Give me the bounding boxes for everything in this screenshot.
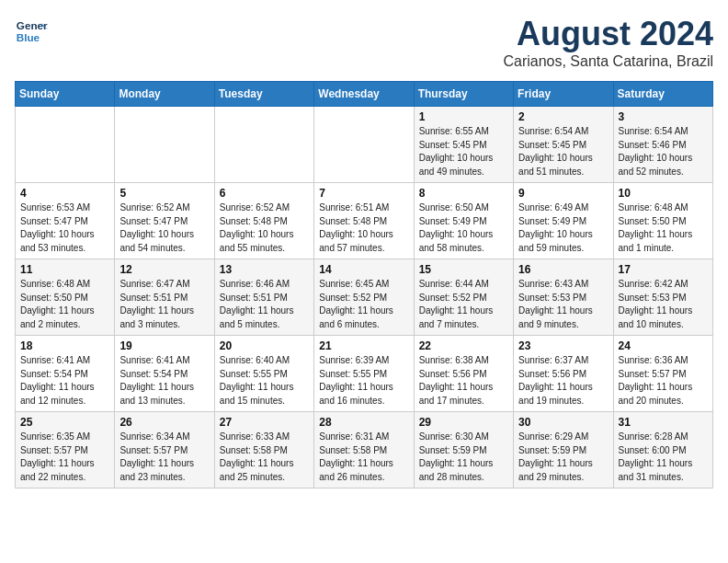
calendar-cell: 19Sunrise: 6:41 AM Sunset: 5:54 PM Dayli… <box>115 336 214 412</box>
day-number: 21 <box>319 339 408 352</box>
calendar-cell: 14Sunrise: 6:45 AM Sunset: 5:52 PM Dayli… <box>314 259 414 336</box>
calendar-cell <box>115 107 214 183</box>
day-detail: Sunrise: 6:49 AM Sunset: 5:49 PM Dayligh… <box>518 201 608 255</box>
day-detail: Sunrise: 6:33 AM Sunset: 5:58 PM Dayligh… <box>220 431 309 484</box>
calendar-header: SundayMondayTuesdayWednesdayThursdayFrid… <box>16 82 713 107</box>
location-subtitle: Carianos, Santa Catarina, Brazil <box>503 53 713 70</box>
day-detail: Sunrise: 6:35 AM Sunset: 5:57 PM Dayligh… <box>20 431 109 484</box>
day-number: 24 <box>619 339 708 352</box>
calendar-cell: 24Sunrise: 6:36 AM Sunset: 5:57 PM Dayli… <box>613 336 712 412</box>
weekday-header-wednesday: Wednesday <box>314 82 414 107</box>
day-number: 20 <box>220 339 309 352</box>
calendar-cell: 20Sunrise: 6:40 AM Sunset: 5:55 PM Dayli… <box>214 336 313 412</box>
day-number: 27 <box>220 416 309 429</box>
calendar-cell: 2Sunrise: 6:54 AM Sunset: 5:45 PM Daylig… <box>514 107 613 183</box>
calendar-cell: 13Sunrise: 6:46 AM Sunset: 5:51 PM Dayli… <box>214 259 313 336</box>
calendar-cell: 18Sunrise: 6:41 AM Sunset: 5:54 PM Dayli… <box>16 336 115 412</box>
day-number: 5 <box>119 187 209 200</box>
day-detail: Sunrise: 6:31 AM Sunset: 5:58 PM Dayligh… <box>319 431 408 484</box>
day-detail: Sunrise: 6:44 AM Sunset: 5:52 PM Dayligh… <box>419 278 508 331</box>
weekday-header-thursday: Thursday <box>414 82 513 107</box>
calendar-cell: 15Sunrise: 6:44 AM Sunset: 5:52 PM Dayli… <box>414 259 513 336</box>
day-number: 17 <box>619 263 708 276</box>
logo: General Blue <box>15 15 48 48</box>
day-number: 15 <box>419 263 508 276</box>
day-detail: Sunrise: 6:54 AM Sunset: 5:46 PM Dayligh… <box>619 125 708 178</box>
month-year-title: August 2024 <box>503 15 713 53</box>
calendar-cell <box>16 107 115 183</box>
title-block: August 2024 Carianos, Santa Catarina, Br… <box>503 15 713 70</box>
day-number: 10 <box>619 187 708 200</box>
calendar-cell: 31Sunrise: 6:28 AM Sunset: 6:00 PM Dayli… <box>613 412 712 488</box>
day-detail: Sunrise: 6:42 AM Sunset: 5:53 PM Dayligh… <box>619 278 708 331</box>
day-detail: Sunrise: 6:39 AM Sunset: 5:55 PM Dayligh… <box>319 354 408 408</box>
day-detail: Sunrise: 6:36 AM Sunset: 5:57 PM Dayligh… <box>619 354 708 408</box>
weekday-header-saturday: Saturday <box>613 82 712 107</box>
day-detail: Sunrise: 6:50 AM Sunset: 5:49 PM Dayligh… <box>419 201 508 255</box>
calendar-cell: 26Sunrise: 6:34 AM Sunset: 5:57 PM Dayli… <box>115 412 214 488</box>
calendar-cell: 5Sunrise: 6:52 AM Sunset: 5:47 PM Daylig… <box>115 183 214 259</box>
day-detail: Sunrise: 6:34 AM Sunset: 5:57 PM Dayligh… <box>119 431 209 484</box>
day-number: 25 <box>20 416 109 429</box>
day-detail: Sunrise: 6:28 AM Sunset: 6:00 PM Dayligh… <box>619 431 708 484</box>
day-number: 14 <box>319 263 408 276</box>
day-detail: Sunrise: 6:54 AM Sunset: 5:45 PM Dayligh… <box>518 125 608 178</box>
day-detail: Sunrise: 6:53 AM Sunset: 5:47 PM Dayligh… <box>20 201 109 255</box>
day-number: 16 <box>518 263 608 276</box>
day-detail: Sunrise: 6:52 AM Sunset: 5:47 PM Dayligh… <box>119 201 209 255</box>
calendar-cell: 3Sunrise: 6:54 AM Sunset: 5:46 PM Daylig… <box>613 107 712 183</box>
day-number: 2 <box>518 110 608 123</box>
day-number: 30 <box>518 416 608 429</box>
calendar-cell: 28Sunrise: 6:31 AM Sunset: 5:58 PM Dayli… <box>314 412 414 488</box>
weekday-header-sunday: Sunday <box>16 82 115 107</box>
day-detail: Sunrise: 6:41 AM Sunset: 5:54 PM Dayligh… <box>20 354 109 408</box>
day-number: 6 <box>220 187 309 200</box>
calendar-cell: 29Sunrise: 6:30 AM Sunset: 5:59 PM Dayli… <box>414 412 513 488</box>
day-number: 22 <box>419 339 508 352</box>
day-number: 31 <box>619 416 708 429</box>
weekday-header-tuesday: Tuesday <box>214 82 313 107</box>
day-detail: Sunrise: 6:51 AM Sunset: 5:48 PM Dayligh… <box>319 201 408 255</box>
logo-icon: General Blue <box>15 15 48 48</box>
day-number: 13 <box>220 263 309 276</box>
calendar-week-1: 1Sunrise: 6:55 AM Sunset: 5:45 PM Daylig… <box>16 107 713 183</box>
calendar-cell <box>214 107 313 183</box>
day-number: 11 <box>20 263 109 276</box>
svg-text:Blue: Blue <box>17 31 40 43</box>
day-detail: Sunrise: 6:55 AM Sunset: 5:45 PM Dayligh… <box>419 125 508 178</box>
calendar-cell: 7Sunrise: 6:51 AM Sunset: 5:48 PM Daylig… <box>314 183 414 259</box>
calendar-cell: 12Sunrise: 6:47 AM Sunset: 5:51 PM Dayli… <box>115 259 214 336</box>
calendar-cell: 21Sunrise: 6:39 AM Sunset: 5:55 PM Dayli… <box>314 336 414 412</box>
day-detail: Sunrise: 6:45 AM Sunset: 5:52 PM Dayligh… <box>319 278 408 331</box>
calendar-cell: 9Sunrise: 6:49 AM Sunset: 5:49 PM Daylig… <box>514 183 613 259</box>
day-number: 9 <box>518 187 608 200</box>
day-detail: Sunrise: 6:52 AM Sunset: 5:48 PM Dayligh… <box>220 201 309 255</box>
calendar-week-5: 25Sunrise: 6:35 AM Sunset: 5:57 PM Dayli… <box>16 412 713 488</box>
weekday-header-friday: Friday <box>514 82 613 107</box>
calendar-cell: 1Sunrise: 6:55 AM Sunset: 5:45 PM Daylig… <box>414 107 513 183</box>
day-detail: Sunrise: 6:48 AM Sunset: 5:50 PM Dayligh… <box>619 201 708 255</box>
day-number: 3 <box>619 110 708 123</box>
day-number: 29 <box>419 416 508 429</box>
calendar-table: SundayMondayTuesdayWednesdayThursdayFrid… <box>15 81 713 488</box>
calendar-cell: 11Sunrise: 6:48 AM Sunset: 5:50 PM Dayli… <box>16 259 115 336</box>
calendar-week-3: 11Sunrise: 6:48 AM Sunset: 5:50 PM Dayli… <box>16 259 713 336</box>
day-detail: Sunrise: 6:38 AM Sunset: 5:56 PM Dayligh… <box>419 354 508 408</box>
day-number: 19 <box>119 339 209 352</box>
day-detail: Sunrise: 6:29 AM Sunset: 5:59 PM Dayligh… <box>518 431 608 484</box>
day-number: 23 <box>518 339 608 352</box>
day-detail: Sunrise: 6:30 AM Sunset: 5:59 PM Dayligh… <box>419 431 508 484</box>
calendar-cell: 6Sunrise: 6:52 AM Sunset: 5:48 PM Daylig… <box>214 183 313 259</box>
day-detail: Sunrise: 6:37 AM Sunset: 5:56 PM Dayligh… <box>518 354 608 408</box>
calendar-cell: 27Sunrise: 6:33 AM Sunset: 5:58 PM Dayli… <box>214 412 313 488</box>
page-header: General Blue August 2024 Carianos, Santa… <box>15 15 713 70</box>
day-number: 12 <box>119 263 209 276</box>
day-detail: Sunrise: 6:46 AM Sunset: 5:51 PM Dayligh… <box>220 278 309 331</box>
day-number: 7 <box>319 187 408 200</box>
calendar-cell: 22Sunrise: 6:38 AM Sunset: 5:56 PM Dayli… <box>414 336 513 412</box>
calendar-cell: 17Sunrise: 6:42 AM Sunset: 5:53 PM Dayli… <box>613 259 712 336</box>
day-number: 4 <box>20 187 109 200</box>
calendar-cell: 4Sunrise: 6:53 AM Sunset: 5:47 PM Daylig… <box>16 183 115 259</box>
day-detail: Sunrise: 6:47 AM Sunset: 5:51 PM Dayligh… <box>119 278 209 331</box>
day-number: 18 <box>20 339 109 352</box>
